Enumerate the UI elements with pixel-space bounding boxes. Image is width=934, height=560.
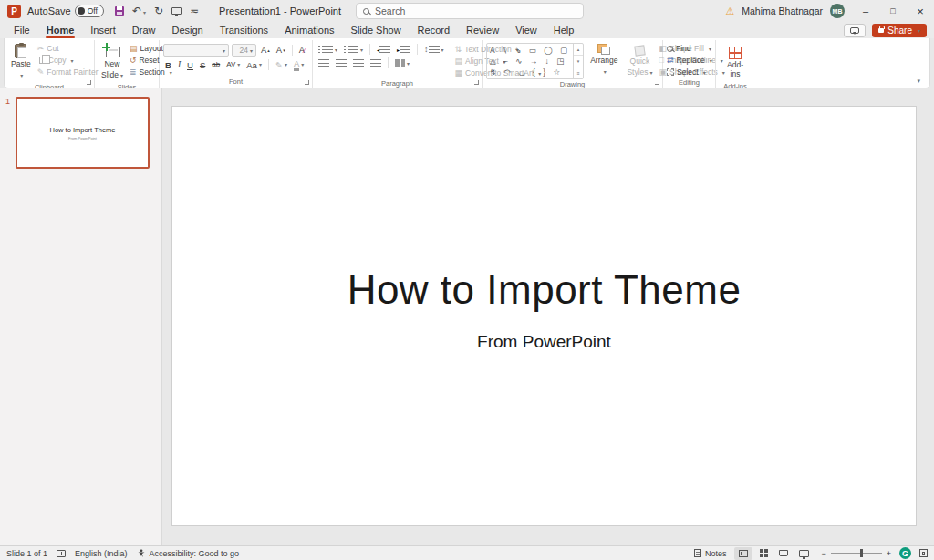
scroll-down-icon[interactable]: ▾ [574, 56, 583, 67]
slide-thumbnail[interactable]: How to Import Theme From PowerPoint [16, 97, 150, 169]
collapse-ribbon-icon[interactable]: ▾ [917, 78, 920, 85]
autosave-toggle[interactable]: Off [75, 5, 104, 17]
tab-transitions[interactable]: Transitions [212, 22, 276, 38]
search-input[interactable] [375, 5, 576, 16]
drawing-dialog-launcher[interactable] [655, 80, 659, 85]
underline-button[interactable]: U [185, 61, 195, 70]
slide-canvas[interactable]: How to Import Theme From PowerPoint [171, 106, 917, 526]
shapes-more-icon[interactable]: ≡ [574, 67, 583, 78]
shapes-row-1[interactable]: A ∖ ⇘ ▭ ◯ ▢ [490, 45, 570, 56]
zoom-slider-thumb[interactable] [860, 549, 863, 557]
arrange-button[interactable]: Arrange [587, 42, 620, 78]
clear-formatting-button[interactable]: A [297, 46, 307, 55]
tab-record[interactable]: Record [410, 22, 458, 38]
notes-button[interactable]: Notes [694, 549, 727, 558]
redo-icon[interactable] [154, 5, 163, 16]
paragraph-dialog-launcher[interactable] [474, 80, 479, 85]
copy-button[interactable]: Copy [37, 55, 99, 66]
tab-review[interactable]: Review [458, 22, 507, 38]
tab-animations[interactable]: Animations [276, 22, 342, 38]
zoom-in-button[interactable]: + [887, 549, 891, 558]
minimize-button[interactable] [852, 0, 879, 22]
start-slideshow-icon[interactable] [171, 7, 182, 15]
language-indicator[interactable]: English (India) [75, 549, 128, 558]
italic-button[interactable]: I [176, 61, 182, 70]
scroll-up-icon[interactable]: ▴ [574, 44, 583, 56]
tab-home[interactable]: Home [38, 22, 83, 38]
align-center-button[interactable] [334, 58, 348, 67]
increase-indent-button[interactable] [395, 45, 412, 54]
align-text-icon [455, 57, 463, 66]
change-case-button[interactable]: Aa [244, 61, 264, 70]
strikethrough-button[interactable]: S [198, 61, 207, 70]
separator [369, 44, 370, 55]
comments-button[interactable] [844, 24, 866, 37]
columns-button[interactable] [393, 58, 411, 67]
shadow-button[interactable]: ab [210, 61, 222, 68]
clipboard-dialog-launcher[interactable] [87, 80, 91, 85]
slideshow-button[interactable] [794, 547, 813, 560]
zoom-out-button[interactable]: − [821, 549, 825, 558]
tab-insert[interactable]: Insert [82, 22, 124, 38]
slide-indicator[interactable]: Slide 1 of 1 [6, 549, 47, 558]
font-color-button[interactable]: A [292, 59, 306, 71]
zoom-slider[interactable] [831, 553, 882, 554]
save-icon[interactable] [115, 6, 124, 16]
align-left-button[interactable] [317, 58, 331, 67]
tab-slide-show[interactable]: Slide Show [343, 22, 410, 38]
replace-button[interactable]: Replace [667, 55, 712, 66]
close-button[interactable] [907, 0, 934, 22]
format-painter-button[interactable]: Format Painter [37, 67, 99, 78]
font-size-combo[interactable]: 24 [232, 44, 256, 57]
accessibility-status[interactable]: Accessibility: Good to go [137, 549, 240, 558]
spellcheck-button[interactable] [57, 550, 66, 557]
paste-button[interactable]: Paste [8, 42, 34, 82]
bullets-button[interactable] [317, 45, 339, 54]
character-spacing-button[interactable]: AV [224, 61, 242, 68]
decrease-indent-button[interactable] [375, 45, 392, 54]
numbering-button[interactable] [342, 45, 365, 54]
restore-button[interactable] [879, 0, 907, 22]
tab-draw[interactable]: Draw [124, 22, 164, 38]
ribbon-tabs: File Home Insert Draw Design Transitions… [0, 22, 934, 38]
search-box[interactable] [356, 3, 584, 19]
customize-toolbar-icon[interactable] [190, 5, 199, 16]
avatar[interactable]: MB [830, 4, 845, 18]
reading-view-button[interactable] [774, 547, 793, 560]
shapes-row-2[interactable]: △ ⌐ ∿ → ↓ ◳ [490, 56, 570, 67]
bold-button[interactable]: B [163, 61, 173, 70]
shapes-row-3[interactable]: ↯ ◠ ◡ { } ☆ [490, 67, 570, 78]
font-name-combo[interactable] [163, 44, 229, 57]
lock-icon [878, 28, 884, 33]
fit-slide-to-window-icon[interactable] [919, 549, 928, 557]
user-name[interactable]: Mahima Bhatnagar [742, 5, 823, 16]
shapes-scrollbar[interactable]: ▴ ▾ ≡ [573, 44, 583, 78]
find-button[interactable]: Find [667, 43, 712, 54]
undo-icon[interactable] [132, 5, 146, 16]
tab-file[interactable]: File [5, 22, 38, 38]
tab-help[interactable]: Help [545, 22, 583, 38]
shrink-font-button[interactable]: A▾ [275, 46, 287, 55]
align-right-button[interactable] [351, 58, 366, 67]
new-slide-button[interactable]: New Slide [99, 42, 126, 82]
tab-design[interactable]: Design [163, 22, 211, 38]
quick-styles-button[interactable]: Quick Styles [624, 42, 655, 79]
grammarly-icon[interactable]: G [899, 547, 911, 559]
cut-button[interactable]: Cut [37, 43, 99, 54]
select-button[interactable]: Select [667, 67, 712, 78]
share-button[interactable]: Share [872, 24, 927, 37]
grow-font-button[interactable]: A▴ [259, 46, 272, 55]
normal-view-button[interactable] [734, 547, 752, 560]
justify-button[interactable] [368, 58, 383, 67]
slide-sorter-button[interactable] [754, 547, 773, 560]
addins-button[interactable]: Add-ins [720, 42, 751, 81]
autosave-control[interactable]: AutoSave Off [27, 5, 104, 17]
slide-title-text[interactable]: How to Import Theme [172, 267, 916, 313]
slide-subtitle-text[interactable]: From PowerPoint [172, 332, 916, 352]
warning-icon[interactable] [725, 5, 734, 17]
shapes-gallery[interactable]: A ∖ ⇘ ▭ ◯ ▢ △ ⌐ ∿ → ↓ ◳ ↯ ◠ ◡ { } ☆ ▴ ▾ … [486, 43, 584, 79]
font-dialog-launcher[interactable] [305, 80, 309, 85]
tab-view[interactable]: View [507, 22, 545, 38]
line-spacing-button[interactable] [422, 45, 446, 55]
text-highlight-button[interactable]: ✎ [274, 61, 289, 70]
